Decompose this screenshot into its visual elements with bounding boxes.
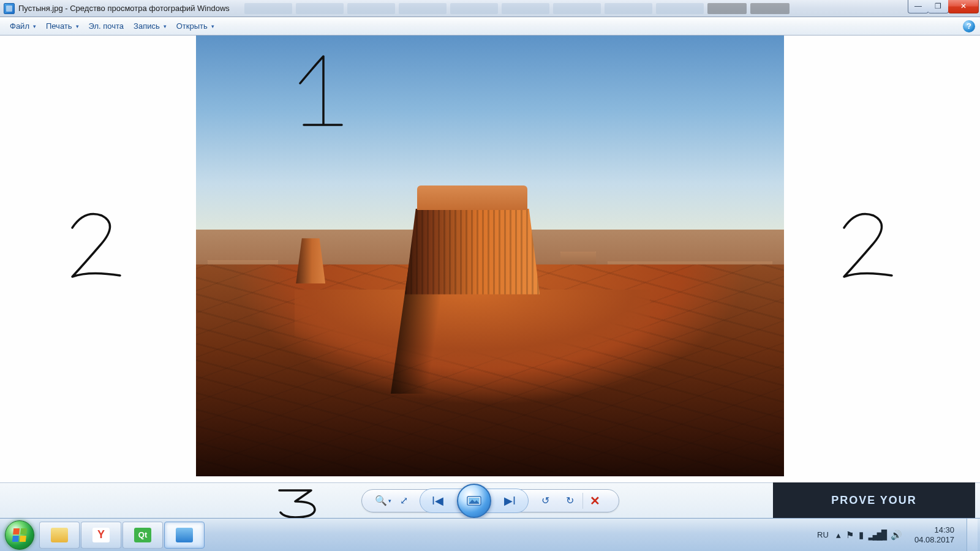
menu-open[interactable]: Открыть ▾	[172, 20, 219, 32]
start-button[interactable]	[5, 520, 34, 550]
help-button[interactable]: ?	[963, 20, 975, 32]
windows-logo-icon	[12, 528, 27, 542]
prev-icon: I◀	[432, 494, 443, 508]
rotate-cw-button[interactable]: ↻	[558, 492, 582, 510]
chevron-down-icon: ▾	[211, 23, 214, 29]
menu-print-label: Печать	[46, 21, 72, 31]
menu-email[interactable]: Эл. почта	[84, 20, 129, 32]
displayed-image	[196, 36, 784, 476]
window-title: Пустыня.jpg - Средство просмотра фотогра…	[18, 4, 244, 13]
tray-icons: ▴ ⚑ ▮ ▂▄▆█ 🔊	[836, 530, 902, 541]
slideshow-icon	[467, 495, 481, 507]
taskbar: Y Qt RU ▴ ⚑ ▮ ▂▄▆█ 🔊 14:30 04.08.2017	[0, 518, 980, 551]
minimize-icon: —	[914, 2, 922, 10]
background-ad-banner: PROVE YOUR	[773, 482, 975, 518]
zoom-cluster: 🔍 ▾ ⤢	[373, 492, 415, 510]
annotation-3	[274, 484, 323, 521]
close-icon: ✕	[960, 2, 967, 10]
maximize-icon: ❐	[935, 2, 941, 10]
annotation-2-right	[833, 207, 907, 287]
clock-time: 14:30	[914, 525, 954, 535]
chevron-down-icon: ▾	[164, 23, 167, 29]
menu-email-label: Эл. почта	[89, 21, 124, 31]
menu-burn[interactable]: Запись ▾	[129, 20, 172, 32]
clock-date: 04.08.2017	[914, 535, 954, 545]
language-indicator[interactable]: RU	[817, 530, 829, 539]
delete-icon: ✕	[590, 493, 600, 508]
fit-icon: ⤢	[400, 495, 408, 506]
clock[interactable]: 14:30 04.08.2017	[910, 525, 959, 544]
background-window-tabs	[244, 0, 908, 17]
nav-cluster: I◀ ▶I	[420, 489, 529, 513]
battery-icon[interactable]: ▮	[859, 530, 864, 541]
window-controls: — ❐ ✕	[908, 0, 979, 13]
slideshow-button[interactable]	[457, 484, 491, 518]
viewer-controls: 🔍 ▾ ⤢ I◀ ▶I ↺ ↻ ✕	[361, 489, 619, 512]
toolbar: Файл ▾ Печать ▾ Эл. почта Запись ▾ Откры…	[0, 17, 980, 36]
minimize-button[interactable]: —	[908, 0, 929, 13]
annotation-1	[288, 53, 349, 132]
app-icon	[4, 3, 15, 14]
previous-image-button[interactable]: I◀	[420, 490, 456, 512]
chevron-down-icon: ▾	[76, 23, 79, 29]
system-tray: RU ▴ ⚑ ▮ ▂▄▆█ 🔊 14:30 04.08.2017	[817, 519, 980, 552]
menu-burn-label: Запись	[134, 21, 160, 31]
yandex-icon: Y	[92, 528, 110, 542]
taskbar-item-yandex[interactable]: Y	[81, 522, 121, 549]
chevron-down-icon: ▾	[33, 23, 36, 29]
maximize-button[interactable]: ❐	[928, 0, 949, 13]
show-hidden-icons-button[interactable]: ▴	[836, 530, 841, 541]
image-viewer-area	[0, 36, 980, 496]
ad-text: PROVE YOUR	[831, 494, 917, 507]
photo-viewer-icon	[176, 528, 193, 542]
chevron-down-icon: ▾	[388, 498, 391, 504]
rotate-cw-icon: ↻	[566, 495, 574, 506]
menu-file-label: Файл	[10, 21, 29, 31]
volume-icon[interactable]: 🔊	[891, 530, 902, 541]
delete-button[interactable]: ✕	[583, 492, 608, 510]
show-desktop-button[interactable]	[967, 519, 978, 552]
menu-file[interactable]: Файл ▾	[5, 20, 41, 32]
annotation-2-left	[61, 207, 135, 287]
taskbar-item-photo-viewer[interactable]	[164, 522, 205, 549]
network-icon[interactable]: ▂▄▆█	[869, 530, 886, 541]
next-image-button[interactable]: ▶I	[492, 490, 528, 512]
taskbar-item-explorer[interactable]	[39, 522, 80, 549]
rotate-ccw-button[interactable]: ↺	[533, 492, 558, 510]
zoom-button[interactable]: 🔍 ▾	[373, 492, 394, 510]
magnifier-icon: 🔍	[375, 495, 387, 506]
qt-icon: Qt	[134, 528, 151, 542]
help-icon: ?	[967, 21, 971, 31]
titlebar: Пустыня.jpg - Средство просмотра фотогра…	[0, 0, 980, 17]
menu-print[interactable]: Печать ▾	[41, 20, 84, 32]
next-icon: ▶I	[504, 494, 516, 508]
action-center-icon[interactable]: ⚑	[846, 530, 854, 541]
menu-open-label: Открыть	[176, 21, 208, 31]
taskbar-item-qt[interactable]: Qt	[123, 522, 163, 549]
rotate-ccw-icon: ↺	[541, 495, 549, 506]
fit-to-window-button[interactable]: ⤢	[394, 492, 415, 510]
folder-icon	[51, 528, 68, 542]
close-button[interactable]: ✕	[948, 0, 979, 13]
